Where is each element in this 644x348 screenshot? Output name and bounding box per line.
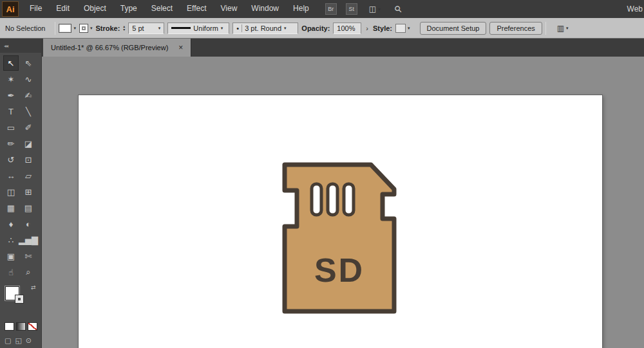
scale-tool[interactable]: ⊡: [19, 152, 38, 167]
type-tool-icon: T: [8, 107, 14, 116]
document-setup-button[interactable]: Document Setup: [420, 22, 487, 35]
blend-tool[interactable]: ◐: [19, 216, 38, 232]
document-tab-title: Untitled-1* @ 66.67% (RGB/Preview): [51, 44, 168, 51]
curvature-tool[interactable]: ✍: [19, 87, 38, 103]
zoom-tool[interactable]: ⌕: [19, 264, 38, 280]
pen-tool[interactable]: ✒: [3, 87, 19, 103]
draw-inside-button[interactable]: ⊙: [26, 336, 32, 345]
artboard-tool[interactable]: ▣: [3, 248, 19, 264]
eraser-tool-icon: ◪: [24, 139, 32, 149]
selection-status: No Selection: [5, 24, 52, 32]
rectangle-tool[interactable]: ▭: [3, 120, 19, 135]
stroke-color-dropdown[interactable]: ▾: [79, 24, 93, 33]
drawing-modes-row: ▢ ◱ ⊙: [5, 336, 41, 345]
menu-bar: Ai FileEditObjectTypeSelectEffectViewWin…: [0, 0, 644, 18]
stroke-weight-select[interactable]: 5 pt ▾: [128, 23, 164, 34]
mesh-tool-icon: ▦: [7, 203, 15, 213]
stock-button[interactable]: St: [346, 3, 357, 15]
chevron-down-icon: ▾: [408, 26, 410, 31]
brush-value: 3 pt. Round: [245, 24, 281, 32]
eraser-tool[interactable]: ◪: [19, 136, 38, 151]
stroke-weight-stepper[interactable]: ▴ ▾: [123, 25, 125, 32]
align-icon: ▥: [557, 24, 564, 33]
menu-type[interactable]: Type: [113, 0, 144, 18]
brush-dropdown[interactable]: • 3 pt. Round ▾: [232, 23, 298, 34]
illustrator-window: Ai FileEditObjectTypeSelectEffectViewWin…: [0, 0, 644, 348]
gradient-tool[interactable]: ▤: [19, 200, 38, 215]
bridge-button[interactable]: Br: [325, 3, 337, 15]
opacity-input[interactable]: 100%: [333, 23, 361, 34]
shaper-tool[interactable]: ✏: [3, 136, 19, 151]
menu-help[interactable]: Help: [286, 0, 316, 18]
column-graph-tool-icon: ▂▅▇: [19, 235, 38, 245]
slice-tool[interactable]: ✄: [19, 248, 38, 264]
perspective-grid-tool-icon: ⊞: [25, 187, 32, 197]
column-graph-tool[interactable]: ▂▅▇: [19, 232, 38, 248]
magic-wand-tool[interactable]: ✶: [3, 71, 19, 87]
stepper-down-icon[interactable]: ▾: [123, 28, 125, 32]
document-area: Untitled-1* @ 66.67% (RGB/Preview) × SD: [42, 39, 644, 348]
search-icon[interactable]: ⚲: [392, 3, 404, 15]
gradient-tool-icon: ▤: [24, 203, 32, 213]
collapse-panel-icon: ◂◂: [4, 43, 8, 49]
rotate-tool[interactable]: ↺: [3, 152, 19, 167]
gradient-button[interactable]: [16, 322, 26, 331]
width-profile-dropdown[interactable]: Uniform ▾: [167, 23, 229, 34]
draw-normal-button[interactable]: ▢: [5, 336, 11, 345]
toolbar-collapse[interactable]: ◂◂: [0, 39, 41, 53]
scale-tool-icon: ⊡: [25, 155, 32, 165]
menu-select[interactable]: Select: [144, 0, 180, 18]
perspective-grid-tool[interactable]: ⊞: [19, 184, 38, 199]
menu-object[interactable]: Object: [77, 0, 113, 18]
preferences-button[interactable]: Preferences: [489, 22, 542, 35]
color-button[interactable]: [5, 322, 14, 331]
style-dropdown[interactable]: ▾: [395, 24, 410, 33]
workspace-icon: ◫: [369, 5, 376, 14]
sd-slot: [328, 184, 337, 215]
document-tab-bar: Untitled-1* @ 66.67% (RGB/Preview) ×: [42, 39, 644, 57]
selection-tool[interactable]: ↖: [3, 55, 19, 71]
sd-card-artwork[interactable]: SD: [280, 162, 399, 316]
chevron-right-icon[interactable]: ›: [365, 24, 370, 32]
eyedropper-tool-icon: ♦: [9, 219, 14, 229]
line-segment-tool[interactable]: ╲: [19, 104, 38, 119]
align-dropdown[interactable]: ▥ ▾: [557, 24, 569, 33]
app-logo[interactable]: Ai: [2, 1, 19, 17]
draw-behind-button[interactable]: ◱: [15, 336, 21, 345]
free-transform-tool[interactable]: ▱: [19, 168, 38, 183]
menu-list: FileEditObjectTypeSelectEffectViewWindow…: [23, 0, 316, 18]
document-tab[interactable]: Untitled-1* @ 66.67% (RGB/Preview) ×: [43, 39, 191, 57]
menu-view[interactable]: View: [214, 0, 245, 18]
shape-builder-tool[interactable]: ◫: [3, 184, 19, 199]
hand-tool[interactable]: ☝: [3, 264, 19, 280]
mesh-tool[interactable]: ▦: [3, 200, 19, 215]
menu-effect[interactable]: Effect: [180, 0, 213, 18]
workspace-switcher[interactable]: ◫ ▾: [369, 5, 381, 14]
artboard-tool-icon: ▣: [7, 252, 15, 261]
canvas[interactable]: SD: [42, 57, 644, 348]
blend-tool-icon: ◐: [26, 219, 31, 229]
eyedropper-tool[interactable]: ♦: [3, 216, 19, 232]
menu-window[interactable]: Window: [244, 0, 286, 18]
sd-card-body: [285, 165, 394, 311]
none-button[interactable]: [28, 322, 37, 331]
free-transform-tool-icon: ▱: [25, 171, 32, 181]
type-tool[interactable]: T: [3, 104, 19, 119]
symbol-sprayer-tool[interactable]: ∴: [3, 232, 19, 248]
lasso-tool[interactable]: ∿: [19, 71, 38, 87]
workspace-label[interactable]: Web: [627, 5, 643, 14]
menu-file[interactable]: File: [23, 0, 49, 18]
menu-edit[interactable]: Edit: [49, 0, 77, 18]
width-tool[interactable]: ↔: [3, 168, 19, 183]
fill-color-dropdown[interactable]: ▾: [59, 24, 76, 33]
paintbrush-tool[interactable]: ✐: [19, 120, 38, 135]
stroke-color-swatch[interactable]: [15, 295, 23, 303]
close-tab-icon[interactable]: ×: [178, 43, 183, 52]
paintbrush-tool-icon: ✐: [25, 123, 32, 133]
swap-colors-icon[interactable]: ⇄: [31, 284, 36, 291]
direct-selection-tool[interactable]: ⇖: [19, 55, 38, 71]
chevron-down-icon: ▾: [378, 6, 381, 12]
rectangle-tool-icon: ▭: [7, 123, 15, 133]
swatch-indicator: ⇄: [4, 286, 41, 317]
artboard: SD: [79, 95, 602, 348]
